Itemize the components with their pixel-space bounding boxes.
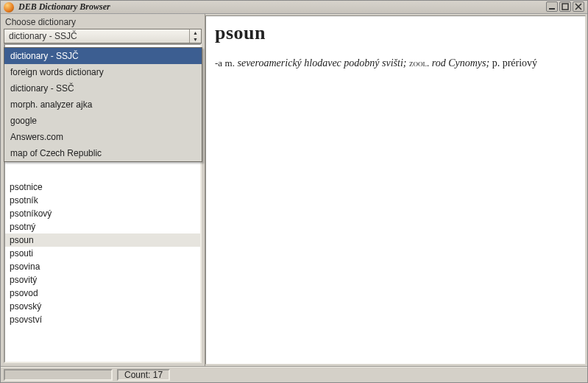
list-item[interactable]: psoun	[5, 233, 200, 247]
list-item[interactable]: psovský	[5, 300, 200, 313]
svg-rect-0	[549, 8, 555, 10]
svg-rect-1	[562, 4, 568, 10]
gram-gender: m.	[225, 57, 235, 68]
chevron-up-icon: ▲	[190, 29, 201, 36]
definition-tail: prériový	[503, 57, 537, 68]
dictionary-combo-wrap: dictionary - SSJČ ▲ ▼	[1, 29, 205, 43]
titlebar: DEB Dictionary Browser	[1, 1, 587, 14]
firefox-icon	[4, 2, 14, 13]
list-item[interactable]: psovství	[5, 313, 200, 326]
dictionary-combo-value: dictionary - SSJČ	[9, 31, 77, 41]
dropdown-item[interactable]: foreign words dictionary	[4, 64, 202, 80]
status-bar: Count: 17	[1, 366, 587, 382]
chevron-down-icon: ▼	[190, 36, 201, 43]
definition-part-2: rod Cynomys;	[432, 57, 489, 68]
entry-panel: psoun -a m. severoamerický hlodavec podo…	[205, 15, 586, 365]
definition: -a m. severoamerický hlodavec podobný sv…	[215, 57, 576, 69]
minimize-button[interactable]	[546, 1, 558, 12]
count-value: 17	[153, 370, 163, 380]
close-button[interactable]	[573, 1, 584, 12]
list-item[interactable]: psotníkový	[5, 207, 200, 220]
close-icon	[575, 3, 582, 10]
window-title: DEB Dictionary Browser	[18, 1, 110, 13]
list-item[interactable]: psovod	[5, 287, 200, 300]
dropdown-item[interactable]: Answers.com	[4, 129, 202, 145]
maximize-button[interactable]	[559, 1, 571, 12]
progress-well	[4, 369, 113, 381]
headword: psoun	[215, 22, 576, 44]
content-area: Choose dictionary dictionary - SSJČ ▲ ▼ …	[1, 14, 587, 366]
list-item[interactable]: psotný	[5, 220, 200, 233]
abbrev-p: p.	[492, 57, 500, 68]
left-panel: Choose dictionary dictionary - SSJČ ▲ ▼ …	[1, 14, 205, 366]
dropdown-item[interactable]: map of Czech Republic	[4, 145, 202, 161]
list-item[interactable]: psotnice	[5, 180, 200, 194]
minimize-icon	[548, 3, 556, 10]
dictionary-combo[interactable]: dictionary - SSJČ ▲ ▼	[4, 29, 202, 43]
label-zool: zool.	[409, 57, 429, 68]
definition-part-1: severoamerický hlodavec podobný svišti;	[237, 57, 406, 68]
count-cell: Count: 17	[117, 369, 170, 381]
gram-prefix: -a	[215, 57, 222, 68]
dictionary-dropdown[interactable]: dictionary - SSJČforeign words dictionar…	[4, 47, 202, 162]
app-window: DEB Dictionary Browser Choose dictionary…	[0, 0, 588, 383]
combo-spinner[interactable]: ▲ ▼	[189, 29, 201, 43]
list-item[interactable]: psovitý	[5, 273, 200, 287]
window-controls	[546, 1, 584, 12]
list-item[interactable]: psovina	[5, 260, 200, 273]
maximize-icon	[562, 3, 569, 10]
dropdown-item[interactable]: dictionary - SSJČ	[4, 48, 202, 64]
list-item[interactable]: psouti	[5, 247, 200, 260]
count-label: Count:	[124, 370, 150, 380]
choose-dictionary-label: Choose dictionary	[1, 14, 205, 29]
list-item[interactable]: psotník	[5, 194, 200, 207]
dropdown-item[interactable]: google	[4, 113, 202, 129]
dropdown-item[interactable]: dictionary - SSČ	[4, 80, 202, 96]
dropdown-item[interactable]: morph. analyzer ajka	[4, 96, 202, 113]
